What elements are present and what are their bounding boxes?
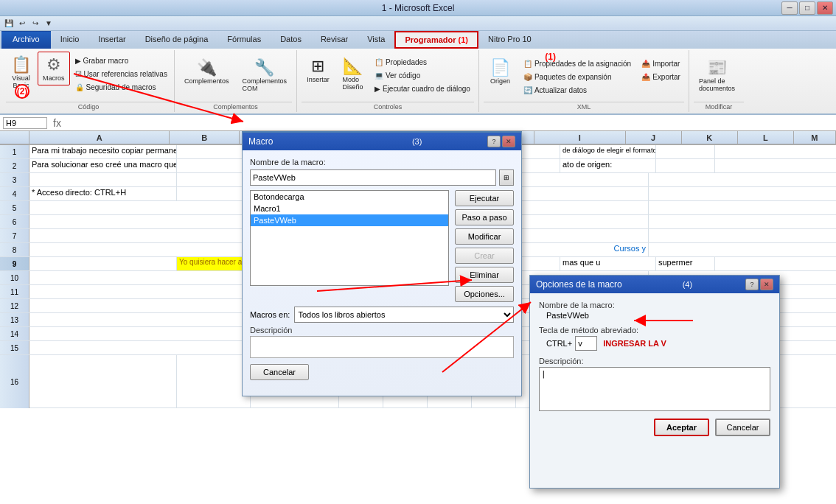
undo-btn[interactable]: ↩	[16, 18, 28, 29]
row-header-9[interactable]: 9	[0, 257, 29, 270]
opciones-help-btn[interactable]: ?	[745, 279, 759, 290]
row-header-16[interactable]: 16	[0, 355, 29, 408]
col-header-L[interactable]: L	[738, 131, 794, 144]
cell-H1[interactable]	[516, 145, 560, 158]
tab-insertar[interactable]: Insertar	[88, 31, 135, 49]
descripcion-area[interactable]	[250, 336, 514, 358]
ver-codigo-btn[interactable]: 💻 Ver código	[371, 69, 474, 82]
paso-a-paso-btn[interactable]: Paso a paso	[455, 209, 514, 225]
redo-btn[interactable]: ↪	[29, 18, 41, 29]
row-header-11[interactable]: 11	[0, 285, 29, 298]
propiedades-asign-btn[interactable]: 📋 Propiedades de la asignación	[520, 57, 635, 70]
col-header-J[interactable]: J	[626, 131, 682, 144]
row-header-14[interactable]: 14	[0, 327, 29, 340]
row-header-5[interactable]: 5	[0, 201, 29, 214]
tab-archivo[interactable]: Archivo	[1, 31, 51, 49]
complementos-com-btn[interactable]: 🔧 ComplementosCOM	[237, 55, 292, 96]
cell-A1[interactable]: Para mi trabajo necesito copiar permanen…	[29, 145, 177, 158]
propiedades-btn[interactable]: 📋 Propiedades	[371, 56, 474, 69]
tab-diseno[interactable]: Diseño de página	[136, 31, 218, 49]
macro-help-btn[interactable]: ?	[487, 136, 501, 147]
cell-I2[interactable]: ato de origen:	[560, 159, 656, 172]
row-header-13[interactable]: 13	[0, 313, 29, 326]
macro-close-btn[interactable]: ✕	[502, 136, 515, 147]
cell-B16[interactable]	[177, 355, 251, 408]
cell-B9[interactable]: Yo quisiera hacer ambas cosas sólo	[177, 257, 251, 270]
row-header-10[interactable]: 10	[0, 271, 29, 284]
tab-formulas[interactable]: Fórmulas	[217, 31, 271, 49]
crear-btn[interactable]: Crear	[455, 248, 514, 264]
row-header-4[interactable]: 4	[0, 187, 29, 200]
save-quick-btn[interactable]: 💾	[3, 18, 15, 29]
maximize-btn[interactable]: □	[799, 1, 815, 15]
macro-name-input[interactable]	[250, 169, 496, 186]
macro-list-pastevweb[interactable]: PasteVWeb	[251, 214, 448, 226]
quick-access-dropdown[interactable]: ▼	[43, 18, 55, 29]
modificar-btn[interactable]: Modificar	[455, 228, 514, 245]
tab-nitro[interactable]: Nitro Pro 10	[478, 31, 541, 49]
macro-cancel-btn[interactable]: Cancelar	[250, 364, 309, 380]
cell-B4[interactable]	[177, 187, 251, 200]
aceptar-btn[interactable]: Aceptar	[654, 419, 709, 436]
cell-A3[interactable]	[29, 173, 177, 186]
descripcion-textarea[interactable]: |	[539, 367, 770, 411]
col-header-B[interactable]: B	[170, 131, 240, 144]
row-header-7[interactable]: 7	[0, 229, 29, 242]
cell-J2[interactable]	[656, 159, 715, 172]
macro-list-macro1[interactable]: Macro1	[251, 203, 448, 214]
ejecutar-cuadro-btn[interactable]: ▶ Ejecutar cuadro de diálogo	[371, 83, 474, 95]
cell-B3[interactable]	[177, 173, 251, 186]
tab-datos[interactable]: Datos	[271, 31, 311, 49]
row-header-3[interactable]: 3	[0, 173, 29, 186]
cell-J9[interactable]: supermer	[656, 257, 715, 270]
panel-doc-btn[interactable]: 📰 Panel dedocumentos	[694, 55, 740, 96]
col-header-K[interactable]: K	[682, 131, 738, 144]
row-header-15[interactable]: 15	[0, 341, 29, 354]
cell-H9[interactable]	[516, 257, 560, 270]
macros-en-select[interactable]: Todos los libros abiertos	[294, 307, 514, 323]
ejecutar-btn[interactable]: Ejecutar	[455, 190, 514, 206]
actualizar-datos-btn[interactable]: 🔄 Actualizar datos	[520, 84, 635, 97]
cell-A4[interactable]: * Acceso directo: CTRL+H	[29, 187, 177, 200]
close-btn[interactable]: ✕	[817, 1, 833, 15]
tab-revisar[interactable]: Revisar	[311, 31, 358, 49]
col-header-A[interactable]: A	[29, 131, 170, 144]
seguridad-macros-btn[interactable]: 🔒 Seguridad de macros	[72, 81, 171, 94]
cell-I1[interactable]: de diálogo de elegir el formato, lo cual…	[560, 145, 656, 158]
tecla-input[interactable]	[575, 336, 597, 351]
minimize-btn[interactable]: ─	[781, 1, 798, 15]
cell-H2[interactable]	[516, 159, 560, 172]
modo-diseno-btn[interactable]: 📐 ModoDiseño	[336, 53, 369, 94]
row-header-2[interactable]: 2	[0, 159, 29, 172]
insertar-control-btn[interactable]: ⊞ Insertar	[302, 53, 335, 87]
cell-J1[interactable]	[656, 145, 715, 158]
tab-vista[interactable]: Vista	[358, 31, 394, 49]
opciones-close-btn[interactable]: ✕	[760, 279, 773, 290]
row-header-1[interactable]: 1	[0, 145, 29, 158]
macro-name-dropdown[interactable]: ⊞	[499, 169, 514, 186]
tab-inicio[interactable]: Inicio	[51, 31, 89, 49]
col-header-I[interactable]: I	[534, 131, 626, 144]
cell-reference-input[interactable]	[3, 117, 47, 129]
paquetes-btn[interactable]: 📦 Paquetes de expansión	[520, 71, 635, 83]
opciones-btn[interactable]: Opciones...	[455, 286, 514, 302]
formula-input[interactable]	[67, 119, 833, 127]
macro-list-botondecarga[interactable]: Botondecarga	[251, 191, 448, 203]
row-header-6[interactable]: 6	[0, 215, 29, 228]
grabar-macro-btn[interactable]: ▶ Grabar macro	[72, 55, 171, 67]
cell-B1[interactable]	[177, 145, 251, 158]
cell-B2[interactable]	[177, 159, 251, 172]
opciones-cancelar-btn[interactable]: Cancelar	[715, 419, 770, 436]
cell-A2[interactable]: Para solucionar eso creé una macro que m…	[29, 159, 177, 172]
row-header-8[interactable]: 8	[0, 243, 29, 256]
cell-A9[interactable]	[29, 257, 177, 270]
complementos-btn[interactable]: 🔌 Complementos	[179, 55, 234, 88]
row-header-12[interactable]: 12	[0, 299, 29, 312]
col-header-M[interactable]: M	[794, 131, 836, 144]
importar-btn[interactable]: 📥 Importar	[638, 57, 684, 70]
origen-btn[interactable]: 📄 Origen	[484, 55, 517, 88]
tab-programador[interactable]: Programador (1)	[394, 31, 478, 49]
macro-listbox[interactable]: Botondecarga Macro1 PasteVWeb	[250, 190, 449, 286]
cell-I9[interactable]: mas que u	[560, 257, 656, 270]
usar-referencias-btn[interactable]: ☑ Usar referencias relativas	[72, 68, 171, 80]
